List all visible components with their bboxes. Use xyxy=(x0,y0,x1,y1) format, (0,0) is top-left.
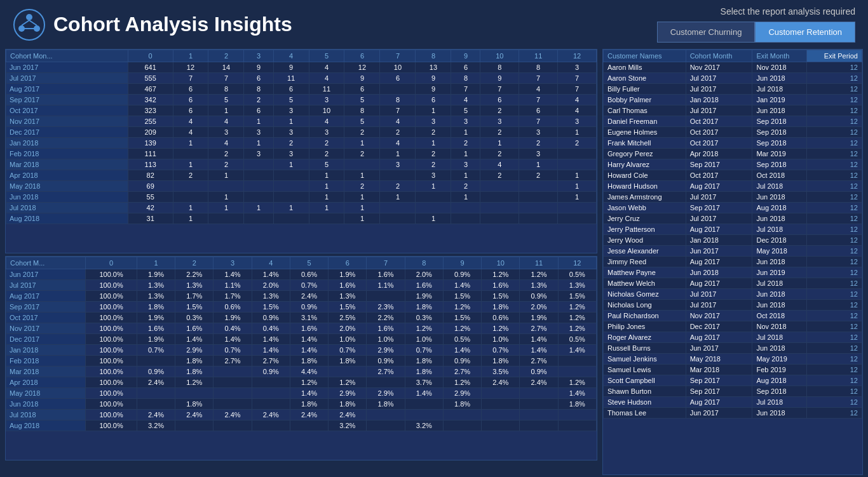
customer-cell-30-2: Sep 2018 xyxy=(752,386,806,397)
table-row: Aug 2018100.0%3.2%3.2%3.2% xyxy=(6,420,597,431)
pct-cell-14-10 xyxy=(443,420,481,431)
cell-14-7: 1 xyxy=(344,213,380,224)
pct-cell-5-13: 1.2% xyxy=(558,323,596,334)
table-row: Nov 2017255441145433373 xyxy=(6,116,597,127)
cell-7-6: 2 xyxy=(309,138,344,149)
pct-cell-10-8 xyxy=(367,377,405,388)
pct-cell-7-9: 0.7% xyxy=(405,345,443,356)
tab-retention[interactable]: Customer Retention xyxy=(755,22,855,43)
cell-5-3: 4 xyxy=(208,116,244,127)
cohort-count-col-8: 7 xyxy=(380,50,416,62)
pct-cell-6-9: 1.0% xyxy=(405,334,443,345)
customer-cell-6-2: Sep 2018 xyxy=(752,127,806,138)
cell-13-1: 42 xyxy=(128,203,173,213)
header-right: Select the report analysis required Cust… xyxy=(657,6,855,43)
cohort-percent-table-container[interactable]: Cohort M...0123456789101112Jun 2017100.0… xyxy=(5,256,597,460)
cell-14-11 xyxy=(480,213,519,224)
cell-4-10: 5 xyxy=(451,105,480,116)
cohort-count-col-13: 12 xyxy=(558,50,597,62)
pct-cell-6-1: 100.0% xyxy=(86,334,137,345)
pct-cell-1-4: 1.1% xyxy=(214,280,252,291)
pct-cell-6-4: 1.4% xyxy=(214,334,252,345)
tab-churning[interactable]: Customer Churning xyxy=(657,22,756,43)
pct-cell-4-11: 0.6% xyxy=(482,312,520,323)
table-row: Samuel JenkinsMay 2018May 201912 xyxy=(604,354,862,365)
cohort-count-col-0: Cohort Mon... xyxy=(6,50,128,62)
pct-cell-7-1: 100.0% xyxy=(86,345,137,356)
cell-10-7: 1 xyxy=(344,170,380,181)
cell-3-11: 6 xyxy=(480,95,519,105)
table-row: Steve HudsonAug 2017Jul 201812 xyxy=(604,397,862,408)
cell-6-13: 1 xyxy=(558,127,597,138)
pct-cell-2-9: 1.9% xyxy=(405,291,443,302)
cell-9-13 xyxy=(558,159,597,170)
customer-cell-21-3: 12 xyxy=(806,289,862,300)
cohort-count-table-container[interactable]: Cohort Mon...0123456789101112Jun 2017641… xyxy=(5,49,597,253)
cell-12-5 xyxy=(273,192,309,203)
table-row: Mar 2018100.0%0.9%1.8%0.9%4.4%2.7%1.8%2.… xyxy=(6,366,597,377)
cell-0-1: 641 xyxy=(128,62,173,73)
pct-cell-8-0: Feb 2018 xyxy=(6,356,86,366)
customer-cell-18-3: 12 xyxy=(806,257,862,267)
cell-8-2 xyxy=(173,149,208,159)
pct-cell-8-10: 0.9% xyxy=(443,356,481,366)
table-row: Feb 2018100.0%1.8%2.7%2.7%1.8%1.8%0.9%1.… xyxy=(6,356,597,366)
pct-cell-10-6: 1.2% xyxy=(290,377,328,388)
table-row: Scott CampbellSep 2017Aug 201812 xyxy=(604,375,862,386)
customer-table-container[interactable]: Customer NamesCohort MonthExit MonthExit… xyxy=(602,49,863,475)
pct-cell-14-7: 3.2% xyxy=(329,420,367,431)
pct-cell-1-9: 1.6% xyxy=(405,280,443,291)
pct-cell-6-10: 0.5% xyxy=(443,334,481,345)
cell-8-11: 2 xyxy=(480,149,519,159)
table-row: Billy FullerJul 2017Jul 201812 xyxy=(604,84,862,95)
customer-cell-29-3: 12 xyxy=(806,375,862,386)
pct-cell-12-0: Jun 2018 xyxy=(6,399,86,410)
pct-cell-2-1: 100.0% xyxy=(86,291,137,302)
customer-cell-29-1: Sep 2017 xyxy=(686,375,752,386)
pct-cell-4-4: 1.9% xyxy=(214,312,252,323)
cell-11-8: 2 xyxy=(380,181,416,192)
cell-14-12 xyxy=(519,213,558,224)
cell-9-2: 1 xyxy=(173,159,208,170)
table-row: Nov 2017100.0%1.6%1.6%0.4%0.4%1.6%2.0%1.… xyxy=(6,323,597,334)
cell-3-2: 6 xyxy=(173,95,208,105)
cell-11-5 xyxy=(273,181,309,192)
cell-2-3: 8 xyxy=(208,84,244,95)
cohort-percent-table: Cohort M...0123456789101112Jun 2017100.0… xyxy=(6,257,597,431)
customer-cell-1-1: Jul 2017 xyxy=(686,73,752,84)
cell-7-7: 1 xyxy=(344,138,380,149)
table-row: Russell BurnsJun 2017Jun 201812 xyxy=(604,343,862,354)
cell-13-8 xyxy=(380,203,416,213)
cell-11-10: 2 xyxy=(451,181,480,192)
pct-cell-4-5: 0.9% xyxy=(252,312,290,323)
customer-cell-18-2: Jun 2018 xyxy=(752,257,806,267)
customer-cell-8-3: 12 xyxy=(806,149,862,159)
cell-2-5: 6 xyxy=(273,84,309,95)
pct-cell-14-4 xyxy=(214,420,252,431)
customer-cell-5-0: Daniel Freeman xyxy=(604,116,686,127)
cell-6-1: 209 xyxy=(128,127,173,138)
pct-cell-9-0: Mar 2018 xyxy=(6,366,86,377)
pct-cell-9-5: 0.9% xyxy=(252,366,290,377)
cell-12-11 xyxy=(480,192,519,203)
pct-cell-8-12: 2.7% xyxy=(520,356,558,366)
pct-cell-6-6: 1.4% xyxy=(290,334,328,345)
table-row: Matthew PayneJun 2018Jun 201912 xyxy=(604,267,862,278)
customer-cell-27-1: May 2018 xyxy=(686,354,752,365)
pct-cell-6-8: 1.0% xyxy=(367,334,405,345)
cell-8-5: 3 xyxy=(273,149,309,159)
pct-cell-4-1: 100.0% xyxy=(86,312,137,323)
cell-5-12: 7 xyxy=(519,116,558,127)
table-row: Jesse AlexanderJun 2017May 201812 xyxy=(604,246,862,257)
cohort-count-col-3: 2 xyxy=(208,50,244,62)
customer-cell-3-2: Jan 2019 xyxy=(752,95,806,105)
cell-7-12: 2 xyxy=(519,138,558,149)
customer-cell-28-1: Mar 2018 xyxy=(686,365,752,375)
table-row: Frank MitchellOct 2017Sep 201812 xyxy=(604,138,862,149)
customer-cell-22-3: 12 xyxy=(806,300,862,311)
cell-13-12 xyxy=(519,203,558,213)
customer-cell-20-0: Matthew Welch xyxy=(604,278,686,289)
cohort-count-col-4: 3 xyxy=(244,50,273,62)
pct-cell-9-1: 100.0% xyxy=(86,366,137,377)
pct-cell-1-11: 1.6% xyxy=(482,280,520,291)
